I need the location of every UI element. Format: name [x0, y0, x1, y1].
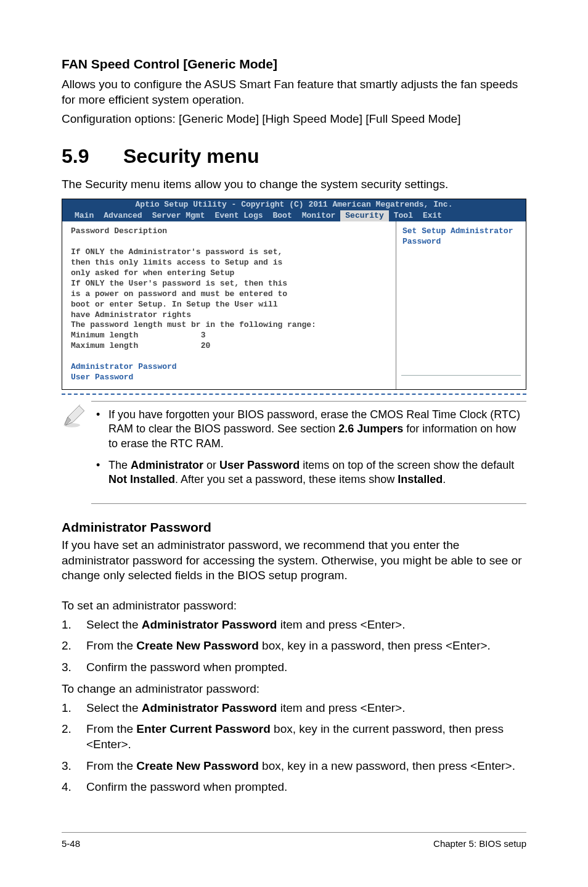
page-footer: 5-48 Chapter 5: BIOS setup: [62, 832, 526, 850]
bios-left-pane: Password Description If ONLY the Adminis…: [62, 221, 396, 389]
section-number: 5.9: [62, 144, 123, 170]
ch1-post: item and press <Enter>.: [277, 701, 405, 714]
ch2-b: Enter Current Password: [136, 722, 271, 735]
tab-monitor[interactable]: Monitor: [297, 210, 341, 222]
set-step-1: 1.Select the Administrator Password item…: [62, 617, 526, 633]
heading-fan-speed: FAN Speed Control [Generic Mode]: [62, 56, 526, 72]
tab-advanced[interactable]: Advanced: [99, 210, 147, 222]
set2-post: box, key in a password, then press <Ente…: [259, 639, 491, 652]
note-2-g: . After you set a password, these items …: [175, 473, 398, 485]
bios-tab-bar: Main Advanced Server Mgmt Event Logs Boo…: [62, 210, 526, 222]
set1-pre: Select the: [86, 618, 142, 631]
set1-b: Administrator Password: [142, 618, 277, 631]
footer-chapter: Chapter 5: BIOS setup: [433, 838, 526, 850]
bios-screenshot: Aptio Setup Utility - Copyright (C) 2011…: [62, 199, 526, 390]
note-2-e: items on top of the screen show the defa…: [300, 459, 514, 471]
fan-desc-1: Allows you to configure the ASUS Smart F…: [62, 77, 526, 107]
change-step-2: 2.From the Enter Current Password box, k…: [62, 722, 526, 752]
note-2-i: .: [443, 473, 446, 485]
bios-title: Aptio Setup Utility - Copyright (C) 2011…: [62, 199, 526, 210]
tab-security[interactable]: Security: [340, 210, 388, 222]
ch3-pre: From the: [86, 759, 136, 772]
note-2-c: or: [203, 459, 219, 471]
ch4-pre: Confirm the password when prompted.: [86, 780, 287, 793]
note-2-b: Administrator: [131, 459, 203, 471]
admin-desc: If you have set an administrator passwor…: [62, 538, 526, 584]
ch3-b: Create New Password: [136, 759, 259, 772]
bios-left-heading: Password Description: [71, 226, 167, 236]
change-steps-list: 1.Select the Administrator Password item…: [62, 701, 526, 795]
ch2-pre: From the: [86, 722, 136, 735]
pencil-icon: [62, 401, 91, 434]
note-2-d: User Password: [219, 459, 300, 471]
set2-pre: From the: [86, 639, 136, 652]
note-2-h: Installed: [398, 473, 443, 485]
fan-desc-2: Configuration options: [Generic Mode] [H…: [62, 112, 526, 127]
change-step-3: 3.From the Create New Password box, key …: [62, 759, 526, 774]
bios-header: Aptio Setup Utility - Copyright (C) 2011…: [62, 199, 526, 222]
set-step-2: 2.From the Create New Password box, key …: [62, 638, 526, 654]
tab-boot[interactable]: Boot: [267, 210, 296, 222]
bios-right-pane: Set Setup Administrator Password: [396, 221, 526, 389]
section-title: Security menu: [123, 145, 259, 167]
section-heading: 5.9Security menu: [62, 144, 526, 170]
note-2-f: Not Installed: [108, 473, 175, 485]
note-block: If you have forgotten your BIOS password…: [62, 401, 526, 504]
set-steps-list: 1.Select the Administrator Password item…: [62, 617, 526, 675]
set2-b: Create New Password: [136, 639, 259, 652]
set3-pre: Confirm the password when prompted.: [86, 661, 287, 674]
note-item-2: The Administrator or User Password items…: [108, 458, 524, 487]
set-title: To set an administrator password:: [62, 598, 526, 614]
bios-left-links[interactable]: Administrator Password User Password: [71, 362, 177, 382]
bios-help-text: Set Setup Administrator Password: [402, 226, 513, 246]
note-2-a: The: [108, 459, 131, 471]
change-title: To change an administrator password:: [62, 682, 526, 697]
tab-exit[interactable]: Exit: [418, 210, 447, 222]
change-step-4: 4.Confirm the password when prompted.: [62, 780, 526, 795]
tab-event-logs[interactable]: Event Logs: [210, 210, 267, 222]
ch1-pre: Select the: [86, 701, 142, 714]
tab-tool[interactable]: Tool: [389, 210, 418, 222]
set-step-3: 3.Confirm the password when prompted.: [62, 660, 526, 675]
ch3-post: box, key in a new password, then press <…: [259, 759, 515, 772]
bios-body: Password Description If ONLY the Adminis…: [62, 221, 526, 389]
section-intro: The Security menu items allow you to cha…: [62, 177, 526, 192]
change-step-1: 1.Select the Administrator Password item…: [62, 701, 526, 716]
note-1-bold: 2.6 Jumpers: [338, 423, 403, 435]
note-body: If you have forgotten your BIOS password…: [91, 401, 526, 504]
dashed-divider: [62, 394, 526, 395]
set1-post: item and press <Enter>.: [277, 618, 405, 631]
heading-admin-password: Administrator Password: [62, 519, 526, 535]
note-item-1: If you have forgotten your BIOS password…: [108, 408, 524, 451]
tab-main[interactable]: Main: [70, 210, 99, 222]
ch1-b: Administrator Password: [142, 701, 277, 714]
bios-left-body: If ONLY the Administrator's password is …: [71, 247, 316, 350]
footer-page-num: 5-48: [62, 838, 80, 850]
tab-server-mgmt[interactable]: Server Mgmt: [147, 210, 210, 222]
